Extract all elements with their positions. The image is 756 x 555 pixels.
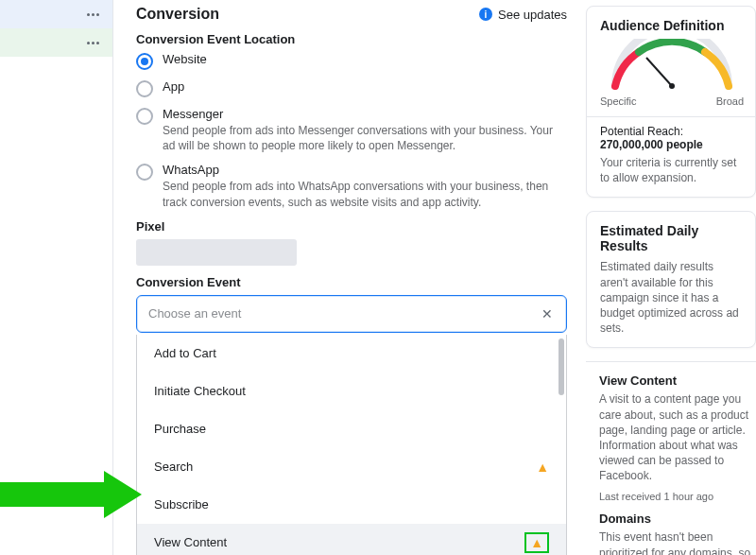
option-purchase[interactable]: Purchase bbox=[137, 410, 566, 448]
option-initiate-checkout[interactable]: Initiate Checkout bbox=[137, 373, 566, 410]
see-updates-link[interactable]: i See updates bbox=[479, 8, 567, 22]
radio-icon[interactable] bbox=[136, 108, 153, 125]
clear-icon[interactable]: ✕ bbox=[540, 306, 555, 321]
conversion-event-select[interactable]: Choose an event ✕ bbox=[136, 295, 567, 333]
radio-icon[interactable] bbox=[136, 164, 153, 181]
pixel-label: Pixel bbox=[136, 219, 567, 234]
warning-icon: ▲ bbox=[536, 460, 549, 474]
estimated-daily-card: Estimated Daily Results Estimated daily … bbox=[586, 211, 756, 348]
warning-icon: ▲ bbox=[524, 532, 549, 553]
domains-body: This event hasn't been prioritized for a… bbox=[599, 529, 756, 555]
option-label: Initiate Checkout bbox=[154, 384, 246, 398]
event-location-label: Conversion Event Location bbox=[136, 32, 567, 46]
more-icon[interactable] bbox=[87, 13, 99, 16]
event-details-panel: View Content A visit to a content page y… bbox=[586, 361, 756, 555]
option-add-to-cart[interactable]: Add to Cart bbox=[137, 335, 566, 373]
more-icon[interactable] bbox=[87, 42, 99, 44]
potential-reach: Potential Reach: 270,000,000 people bbox=[600, 125, 744, 151]
tree-item[interactable] bbox=[0, 0, 112, 28]
radio-app[interactable]: App bbox=[136, 79, 567, 97]
svg-line-0 bbox=[646, 58, 672, 86]
radio-desc: Send people from ads into WhatsApp conve… bbox=[163, 179, 567, 209]
pixel-value-redacted bbox=[136, 239, 297, 266]
radio-messenger[interactable]: Messenger Send people from ads into Mess… bbox=[136, 107, 567, 153]
audience-title: Audience Definition bbox=[600, 18, 744, 33]
domains-title: Domains bbox=[599, 512, 756, 526]
option-subscribe[interactable]: Subscribe bbox=[137, 486, 566, 524]
tree-item[interactable] bbox=[0, 28, 112, 57]
campaign-tree-rail bbox=[0, 0, 113, 555]
audience-gauge bbox=[601, 39, 743, 95]
daily-body: Estimated daily results aren't available… bbox=[600, 259, 744, 336]
radio-icon[interactable] bbox=[136, 53, 153, 70]
radio-title: App bbox=[163, 79, 184, 94]
event-last-received: Last received 1 hour ago bbox=[599, 491, 756, 502]
conversion-event-dropdown: Add to Cart Initiate Checkout Purchase S… bbox=[136, 335, 567, 555]
event-details-title: View Content bbox=[599, 373, 756, 388]
divider bbox=[587, 116, 755, 117]
option-view-content[interactable]: View Content ▲ bbox=[137, 524, 566, 555]
scrollbar[interactable] bbox=[558, 338, 564, 395]
radio-title: Messenger bbox=[163, 107, 567, 121]
radio-title: WhatsApp bbox=[163, 163, 567, 177]
svg-point-1 bbox=[669, 83, 675, 89]
option-label: View Content bbox=[154, 535, 227, 549]
section-title: Conversion bbox=[136, 6, 219, 23]
radio-title: Website bbox=[163, 52, 207, 66]
radio-website[interactable]: Website bbox=[136, 52, 567, 70]
option-label: Purchase bbox=[154, 422, 206, 436]
event-details-body: A visit to a content page you care about… bbox=[599, 391, 756, 483]
gauge-label-specific: Specific bbox=[600, 95, 637, 107]
option-search[interactable]: Search ▲ bbox=[137, 448, 566, 486]
radio-icon[interactable] bbox=[136, 80, 153, 97]
option-label: Add to Cart bbox=[154, 346, 216, 360]
select-placeholder: Choose an event bbox=[148, 306, 241, 321]
conversion-event-label: Conversion Event bbox=[136, 275, 567, 289]
gauge-label-broad: Broad bbox=[716, 95, 744, 107]
audience-definition-card: Audience Definition Specific Broad Poten… bbox=[586, 6, 756, 198]
see-updates-label: See updates bbox=[498, 8, 567, 22]
option-label: Search bbox=[154, 460, 193, 474]
info-icon: i bbox=[479, 8, 492, 21]
audience-criteria: Your criteria is currently set to allow … bbox=[600, 155, 744, 185]
option-label: Subscribe bbox=[154, 497, 209, 512]
daily-title: Estimated Daily Results bbox=[600, 223, 744, 253]
radio-desc: Send people from ads into Messenger conv… bbox=[163, 123, 567, 153]
radio-whatsapp[interactable]: WhatsApp Send people from ads into Whats… bbox=[136, 163, 567, 209]
